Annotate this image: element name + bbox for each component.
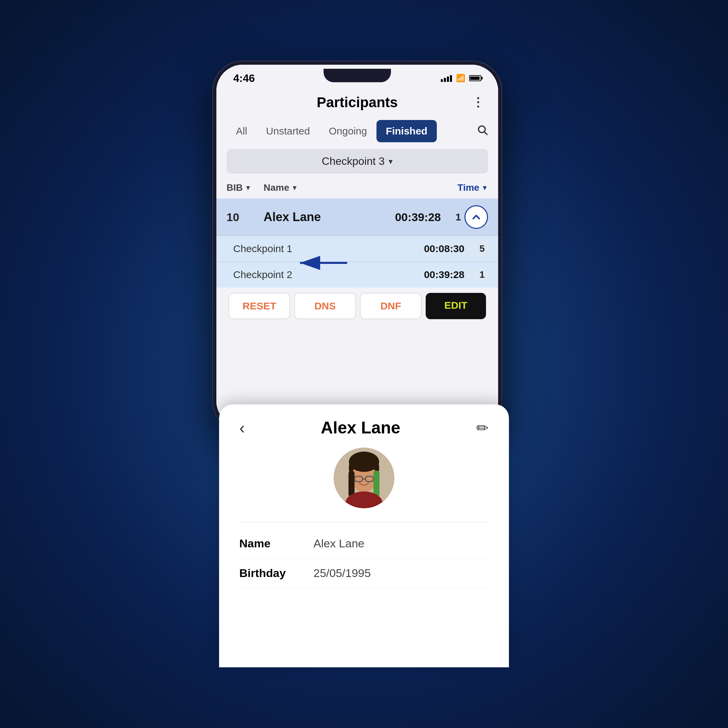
field-value-name: Alex Lane (314, 537, 364, 550)
search-button[interactable] (477, 124, 488, 138)
tab-all[interactable]: All (226, 120, 257, 142)
back-button[interactable]: ‹ (239, 418, 245, 437)
status-time: 4:46 (233, 72, 255, 85)
notch (324, 69, 391, 82)
dns-button[interactable]: DNS (294, 293, 356, 319)
participant-time: 00:39:28 (373, 211, 441, 224)
action-buttons: RESET DNS DNF EDIT (216, 288, 498, 324)
signal-bars-icon (441, 75, 452, 82)
participant-name: Alex Lane (263, 210, 373, 224)
cp1-time: 00:08:30 (397, 243, 465, 254)
checkpoint-row-1: Checkpoint 1 00:08:30 5 (216, 236, 498, 262)
participant-rank: 1 (441, 211, 461, 223)
expand-button[interactable] (465, 205, 488, 229)
tab-finished[interactable]: Finished (376, 120, 437, 142)
col-header-bib[interactable]: BIB ▼ (226, 182, 263, 193)
filter-tabs: All Unstarted Ongoing Finished (216, 116, 498, 145)
arrow-annotation (293, 253, 354, 274)
svg-point-7 (349, 452, 379, 472)
app-content: Participants ⋮ All Unstarted Ongoing Fin… (216, 88, 498, 427)
participant-row[interactable]: 10 Alex Lane 00:39:28 1 (216, 199, 498, 236)
field-label-birthday: Birthday (239, 567, 314, 580)
battery-icon (469, 75, 481, 81)
col-header-name[interactable]: Name ▼ (263, 182, 421, 193)
tab-ongoing[interactable]: Ongoing (319, 120, 376, 142)
status-icons: 📶 (441, 74, 481, 83)
checkpoint-row-2: Checkpoint 2 00:39:28 1 (216, 262, 498, 288)
checkpoint-dropdown-arrow: ▾ (388, 157, 393, 166)
tab-unstarted[interactable]: Unstarted (257, 120, 319, 142)
edit-button[interactable]: EDIT (426, 293, 486, 319)
dnf-button[interactable]: DNF (360, 293, 422, 319)
table-header: BIB ▼ Name ▼ Time ▼ (216, 177, 498, 199)
edit-profile-button[interactable]: ✏ (476, 419, 489, 436)
phone-frame: 4:46 📶 Part (213, 61, 502, 431)
wifi-icon: 📶 (456, 74, 465, 83)
col-header-time[interactable]: Time ▼ (421, 182, 488, 193)
phone-screen: 4:46 📶 Part (216, 65, 498, 427)
field-label-name: Name (239, 537, 314, 550)
profile-field-birthday: Birthday 25/05/1995 (239, 558, 489, 588)
bib-sort-icon: ▼ (245, 184, 251, 192)
name-sort-icon: ▼ (291, 184, 298, 192)
field-value-birthday: 25/05/1995 (314, 567, 371, 580)
cp1-rank: 5 (468, 242, 488, 255)
profile-card: ‹ Alex Lane ✏ (219, 404, 509, 667)
page-title: Participants (317, 94, 398, 110)
profile-name: Alex Lane (321, 418, 401, 437)
checkpoint-selector[interactable]: Checkpoint 3 ▾ (226, 149, 488, 174)
scene: 4:46 📶 Part (213, 61, 515, 667)
profile-field-name: Name Alex Lane (239, 529, 489, 558)
more-options-button[interactable]: ⋮ (472, 95, 485, 110)
time-sort-icon: ▼ (481, 184, 488, 192)
avatar-container (239, 448, 489, 508)
svg-line-1 (484, 132, 487, 135)
cp2-time: 00:39:28 (397, 269, 465, 280)
profile-header: ‹ Alex Lane ✏ (239, 418, 489, 437)
checkpoint-label: Checkpoint 3 (322, 155, 385, 168)
participant-bib: 10 (226, 211, 263, 224)
nav-bar: Participants ⋮ (216, 88, 498, 116)
avatar (334, 448, 394, 508)
reset-button[interactable]: RESET (228, 293, 290, 319)
cp2-rank: 1 (468, 268, 488, 281)
